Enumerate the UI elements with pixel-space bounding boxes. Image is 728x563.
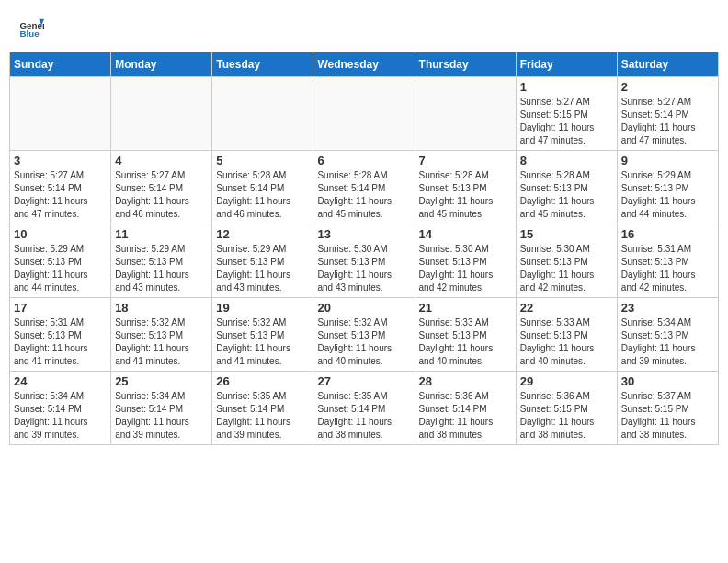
calendar-cell: 6Sunrise: 5:28 AM Sunset: 5:14 PM Daylig…	[313, 151, 415, 224]
day-info: Sunrise: 5:31 AM Sunset: 5:13 PM Dayligh…	[14, 316, 107, 368]
day-number: 22	[520, 301, 613, 315]
calendar-cell	[212, 77, 313, 151]
day-number: 14	[419, 227, 512, 241]
calendar-week-row: 3Sunrise: 5:27 AM Sunset: 5:14 PM Daylig…	[10, 151, 719, 224]
logo-icon: General Blue	[18, 17, 44, 42]
calendar-cell	[415, 77, 516, 151]
calendar-cell: 20Sunrise: 5:32 AM Sunset: 5:13 PM Dayli…	[313, 298, 415, 372]
day-number: 5	[216, 154, 309, 167]
day-info: Sunrise: 5:27 AM Sunset: 5:14 PM Dayligh…	[14, 169, 107, 221]
calendar-cell: 3Sunrise: 5:27 AM Sunset: 5:14 PM Daylig…	[10, 151, 111, 224]
day-number: 3	[14, 154, 107, 167]
day-number: 17	[14, 301, 107, 315]
calendar-cell: 18Sunrise: 5:32 AM Sunset: 5:13 PM Dayli…	[111, 298, 212, 372]
weekday-header: Wednesday	[313, 52, 415, 77]
calendar-cell: 11Sunrise: 5:29 AM Sunset: 5:13 PM Dayli…	[111, 224, 212, 298]
calendar-cell	[10, 77, 111, 151]
day-number: 1	[520, 80, 613, 94]
day-info: Sunrise: 5:28 AM Sunset: 5:14 PM Dayligh…	[216, 169, 309, 221]
day-info: Sunrise: 5:32 AM Sunset: 5:13 PM Dayligh…	[115, 316, 208, 368]
calendar-cell: 16Sunrise: 5:31 AM Sunset: 5:13 PM Dayli…	[617, 224, 718, 298]
day-number: 15	[520, 227, 613, 241]
day-number: 10	[14, 227, 107, 241]
weekday-header: Sunday	[10, 52, 111, 77]
weekday-header: Monday	[111, 52, 212, 77]
calendar-cell: 21Sunrise: 5:33 AM Sunset: 5:13 PM Dayli…	[415, 298, 516, 372]
day-info: Sunrise: 5:27 AM Sunset: 5:14 PM Dayligh…	[621, 96, 714, 147]
calendar-cell: 10Sunrise: 5:29 AM Sunset: 5:13 PM Dayli…	[10, 224, 111, 298]
calendar-cell: 15Sunrise: 5:30 AM Sunset: 5:13 PM Dayli…	[516, 224, 617, 298]
page-header: General Blue	[9, 9, 719, 48]
calendar-cell: 14Sunrise: 5:30 AM Sunset: 5:13 PM Dayli…	[415, 224, 516, 298]
day-info: Sunrise: 5:27 AM Sunset: 5:14 PM Dayligh…	[115, 169, 208, 221]
day-info: Sunrise: 5:28 AM Sunset: 5:13 PM Dayligh…	[520, 169, 613, 221]
calendar-cell	[111, 77, 212, 151]
day-number: 24	[14, 374, 107, 388]
calendar-header-row: SundayMondayTuesdayWednesdayThursdayFrid…	[10, 52, 719, 77]
calendar-week-row: 17Sunrise: 5:31 AM Sunset: 5:13 PM Dayli…	[10, 298, 719, 372]
day-number: 6	[317, 154, 410, 167]
calendar-cell: 7Sunrise: 5:28 AM Sunset: 5:13 PM Daylig…	[415, 151, 516, 224]
calendar-cell: 25Sunrise: 5:34 AM Sunset: 5:14 PM Dayli…	[111, 372, 212, 445]
day-info: Sunrise: 5:29 AM Sunset: 5:13 PM Dayligh…	[115, 243, 208, 294]
calendar-week-row: 24Sunrise: 5:34 AM Sunset: 5:14 PM Dayli…	[10, 372, 719, 445]
day-info: Sunrise: 5:34 AM Sunset: 5:13 PM Dayligh…	[621, 316, 714, 368]
calendar-cell: 28Sunrise: 5:36 AM Sunset: 5:14 PM Dayli…	[415, 372, 516, 445]
weekday-header: Thursday	[415, 52, 516, 77]
day-info: Sunrise: 5:36 AM Sunset: 5:15 PM Dayligh…	[520, 390, 613, 442]
calendar-cell	[313, 77, 415, 151]
day-number: 2	[621, 80, 714, 94]
day-info: Sunrise: 5:29 AM Sunset: 5:13 PM Dayligh…	[14, 243, 107, 294]
calendar-cell: 5Sunrise: 5:28 AM Sunset: 5:14 PM Daylig…	[212, 151, 313, 224]
day-number: 7	[419, 154, 512, 167]
day-info: Sunrise: 5:30 AM Sunset: 5:13 PM Dayligh…	[317, 243, 410, 294]
calendar-cell: 8Sunrise: 5:28 AM Sunset: 5:13 PM Daylig…	[516, 151, 617, 224]
day-info: Sunrise: 5:35 AM Sunset: 5:14 PM Dayligh…	[216, 390, 309, 442]
day-number: 18	[115, 301, 208, 315]
day-info: Sunrise: 5:33 AM Sunset: 5:13 PM Dayligh…	[520, 316, 613, 368]
weekday-header: Tuesday	[212, 52, 313, 77]
calendar: SundayMondayTuesdayWednesdayThursdayFrid…	[9, 52, 719, 445]
day-number: 21	[419, 301, 512, 315]
logo: General Blue	[18, 17, 48, 42]
calendar-cell: 9Sunrise: 5:29 AM Sunset: 5:13 PM Daylig…	[617, 151, 718, 224]
day-number: 23	[621, 301, 714, 315]
day-info: Sunrise: 5:29 AM Sunset: 5:13 PM Dayligh…	[216, 243, 309, 294]
calendar-cell: 22Sunrise: 5:33 AM Sunset: 5:13 PM Dayli…	[516, 298, 617, 372]
day-info: Sunrise: 5:37 AM Sunset: 5:15 PM Dayligh…	[621, 390, 714, 442]
calendar-cell: 29Sunrise: 5:36 AM Sunset: 5:15 PM Dayli…	[516, 372, 617, 445]
day-number: 28	[419, 374, 512, 388]
calendar-cell: 27Sunrise: 5:35 AM Sunset: 5:14 PM Dayli…	[313, 372, 415, 445]
calendar-week-row: 10Sunrise: 5:29 AM Sunset: 5:13 PM Dayli…	[10, 224, 719, 298]
day-number: 29	[520, 374, 613, 388]
day-number: 16	[621, 227, 714, 241]
day-info: Sunrise: 5:36 AM Sunset: 5:14 PM Dayligh…	[419, 390, 512, 442]
calendar-cell: 30Sunrise: 5:37 AM Sunset: 5:15 PM Dayli…	[617, 372, 718, 445]
calendar-cell: 12Sunrise: 5:29 AM Sunset: 5:13 PM Dayli…	[212, 224, 313, 298]
day-info: Sunrise: 5:34 AM Sunset: 5:14 PM Dayligh…	[115, 390, 208, 442]
calendar-cell: 1Sunrise: 5:27 AM Sunset: 5:15 PM Daylig…	[516, 77, 617, 151]
calendar-week-row: 1Sunrise: 5:27 AM Sunset: 5:15 PM Daylig…	[10, 77, 719, 151]
day-number: 4	[115, 154, 208, 167]
day-number: 30	[621, 374, 714, 388]
weekday-header: Friday	[516, 52, 617, 77]
day-number: 26	[216, 374, 309, 388]
day-info: Sunrise: 5:28 AM Sunset: 5:13 PM Dayligh…	[419, 169, 512, 221]
day-info: Sunrise: 5:32 AM Sunset: 5:13 PM Dayligh…	[317, 316, 410, 368]
weekday-header: Saturday	[617, 52, 718, 77]
day-number: 20	[317, 301, 410, 315]
day-info: Sunrise: 5:29 AM Sunset: 5:13 PM Dayligh…	[621, 169, 714, 221]
day-number: 13	[317, 227, 410, 241]
day-number: 12	[216, 227, 309, 241]
day-info: Sunrise: 5:30 AM Sunset: 5:13 PM Dayligh…	[419, 243, 512, 294]
day-number: 19	[216, 301, 309, 315]
day-number: 25	[115, 374, 208, 388]
calendar-cell: 13Sunrise: 5:30 AM Sunset: 5:13 PM Dayli…	[313, 224, 415, 298]
day-info: Sunrise: 5:34 AM Sunset: 5:14 PM Dayligh…	[14, 390, 107, 442]
day-info: Sunrise: 5:32 AM Sunset: 5:13 PM Dayligh…	[216, 316, 309, 368]
calendar-cell: 19Sunrise: 5:32 AM Sunset: 5:13 PM Dayli…	[212, 298, 313, 372]
day-number: 27	[317, 374, 410, 388]
day-info: Sunrise: 5:31 AM Sunset: 5:13 PM Dayligh…	[621, 243, 714, 294]
day-number: 8	[520, 154, 613, 167]
calendar-cell: 2Sunrise: 5:27 AM Sunset: 5:14 PM Daylig…	[617, 77, 718, 151]
